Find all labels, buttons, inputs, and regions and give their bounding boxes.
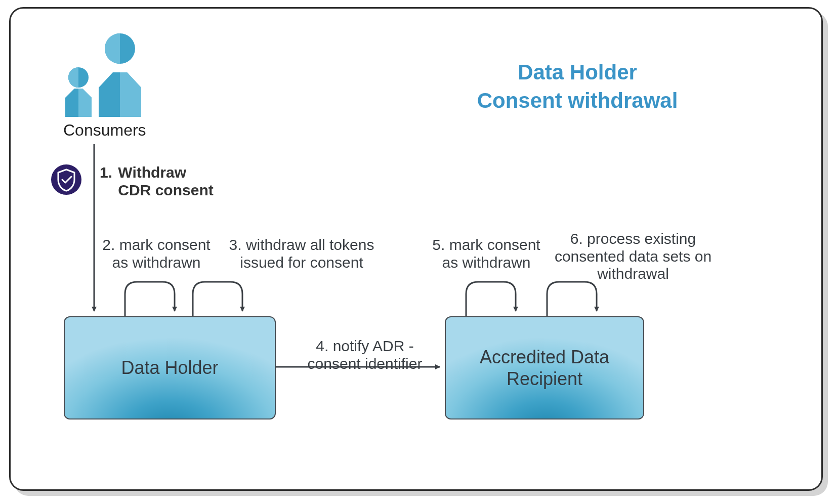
step-6-line1: 6. process existing	[570, 230, 696, 247]
step-5-line1: 5. mark consent	[432, 236, 540, 253]
step-2-line2: as withdrawn	[112, 254, 200, 271]
step-3-text: 3. withdraw all tokens issued for consen…	[223, 236, 380, 271]
step-1-line1: Withdraw	[118, 164, 186, 181]
arrow-dh-loop-2	[125, 282, 175, 316]
step-3-line2: issued for consent	[240, 254, 363, 271]
step-4-text: 4. notify ADR - consent identifier	[289, 338, 441, 372]
consumers-label: Consumers	[63, 121, 146, 140]
step-5-text: 5. mark consent as withdrawn	[421, 236, 552, 271]
step-5-line2: as withdrawn	[442, 254, 530, 271]
step-1-line2: CDR consent	[118, 182, 213, 198]
adr-label: Accredited Data Recipient	[480, 346, 609, 390]
step-4-line1: 4. notify ADR -	[316, 338, 413, 354]
data-holder-label: Data Holder	[121, 357, 218, 379]
step-2-line1: 2. mark consent	[102, 236, 210, 253]
arrow-adr-loop-5	[466, 282, 516, 316]
step-3-line1: 3. withdraw all tokens	[229, 236, 374, 253]
arrow-dh-loop-3	[193, 282, 242, 316]
diagram-canvas: Data Holder Consent withdrawal Consumers	[0, 0, 837, 504]
step-6-text: 6. process existing consented data sets …	[552, 230, 714, 283]
arrow-adr-loop-6	[547, 282, 597, 316]
shield-check-icon	[50, 163, 82, 196]
diagram-title-line1: Data Holder	[451, 60, 704, 85]
adr-node: Accredited Data Recipient	[445, 316, 644, 419]
step-2-text: 2. mark consent as withdrawn	[91, 236, 222, 271]
step-1-number: 1.	[100, 164, 114, 182]
diagram-frame: Data Holder Consent withdrawal Consumers	[9, 7, 823, 491]
consumers-icon	[60, 31, 151, 117]
step-6-line3: withdrawal	[597, 265, 669, 282]
diagram-title-line2: Consent withdrawal	[451, 89, 704, 113]
step-6-line2: consented data sets on	[555, 248, 712, 265]
step-4-line2: consent identifier	[308, 355, 423, 372]
data-holder-node: Data Holder	[64, 316, 276, 419]
step-1-text: 1. Withdraw CDR consent	[100, 164, 231, 199]
